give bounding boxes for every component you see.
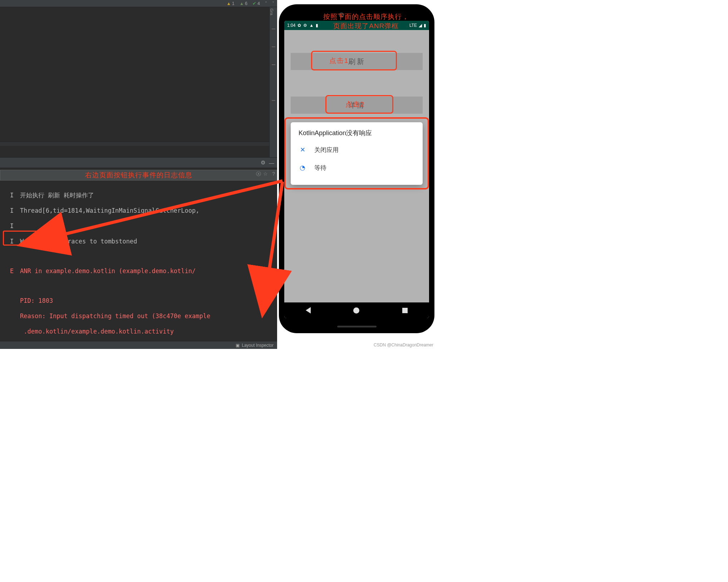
- right-gutter: Gra: [269, 7, 277, 161]
- warning-yellow-indicator[interactable]: ▲ 1: [226, 1, 234, 6]
- warning-green-indicator[interactable]: ▲ 6: [240, 1, 247, 6]
- log-level: I: [10, 222, 20, 230]
- log-text: .demo.kotlin/example.demo.kotlin.activit…: [20, 328, 174, 335]
- anr-wait-label: 等待: [314, 164, 326, 172]
- gear-icon[interactable]: ⚙: [261, 159, 265, 166]
- gear-icon: ⚙: [303, 23, 307, 28]
- phone-frame: 按照下面的点击顺序执行， 页面出现了ANR弹框 1:04 ✿ ⚙ ▲ ▮ LTE…: [279, 4, 434, 333]
- anr-dialog-title: KotlinApplication没有响应: [291, 129, 423, 141]
- log-text: Reason: Input dispatching timed out (38c…: [20, 312, 210, 320]
- star-icon[interactable]: ☆: [263, 171, 268, 177]
- anr-close-app-button[interactable]: ✕ 关闭应用: [291, 141, 423, 159]
- log-text: PID: 1803: [20, 297, 53, 304]
- ide-inspection-bar: ▲ 1 ▲ 6 ✔ 4 ˄ ˅: [0, 0, 277, 7]
- gradle-tool-label[interactable]: Gra: [270, 7, 274, 15]
- editor-horizontal-scrollbar[interactable]: [0, 142, 269, 146]
- layout-inspector-icon: ▣: [236, 343, 240, 348]
- log-text: ANR in example.demo.kotlin (example.demo…: [20, 267, 196, 275]
- ide-status-bar: ▣ Layout Inspector: [0, 341, 277, 349]
- anr-dialog: KotlinApplication没有响应 ✕ 关闭应用 ◔ 等待: [291, 122, 423, 185]
- chevron-down-icon[interactable]: ˅: [272, 1, 274, 6]
- android-nav-bar: [284, 302, 429, 318]
- phone-home-indicator: [337, 326, 377, 327]
- editor-area[interactable]: [0, 7, 269, 146]
- chevron-up-icon[interactable]: ˄: [265, 1, 267, 6]
- check-icon: ✔: [252, 1, 256, 6]
- check-count: 4: [257, 1, 260, 6]
- logcat-annotation: 右边页面按钮执行事件的日志信息: [85, 171, 192, 180]
- check-indicator[interactable]: ✔ 4: [252, 1, 260, 6]
- logcat-toolbar: ⚙ —: [0, 157, 277, 168]
- phone-screen: 1:04 ✿ ⚙ ▲ ▮ LTE ◢ ▮ 刷新 详情: [284, 21, 429, 318]
- layout-inspector-button[interactable]: Layout Inspector: [242, 343, 274, 348]
- warning-icon: ▲: [240, 1, 244, 6]
- log-level: E: [10, 267, 20, 275]
- log-text: Thread[6,tid=1814,WaitingInMainSignalCat…: [20, 207, 200, 214]
- gear-icon: ✿: [297, 23, 301, 28]
- warning-green-count: 6: [245, 1, 247, 6]
- clear-icon[interactable]: ⓧ: [256, 171, 261, 177]
- watermark: CSDN @ChinaDragonDreamer: [374, 342, 433, 347]
- clock-icon: ◔: [299, 164, 306, 172]
- status-time: 1:04: [287, 23, 295, 28]
- log-text: 开始执行 刷新 耗时操作了: [20, 192, 94, 199]
- log-level: I: [10, 207, 20, 215]
- nav-back-button[interactable]: [306, 307, 311, 314]
- ide-panel: ▲ 1 ▲ 6 ✔ 4 ˄ ˅ Gra ⚙ —: [0, 0, 277, 349]
- nav-recent-button[interactable]: [402, 308, 408, 313]
- warning-icon: ▲: [226, 1, 231, 6]
- logcat-output[interactable]: I开始执行 刷新 耗时操作了 IThread[6,tid=1814,Waitin…: [0, 184, 277, 343]
- logcat-search-row: 右边页面按钮执行事件的日志信息 ⓧ ☆ ?: [0, 168, 277, 182]
- anr-close-label: 关闭应用: [314, 146, 339, 154]
- nav-home-button[interactable]: [353, 307, 359, 314]
- anr-wait-button[interactable]: ◔ 等待: [291, 159, 423, 177]
- app-content: 刷新 详情 点击1 点击2 KotlinApplication没有响应 ✕ 关闭…: [284, 30, 429, 302]
- log-text: Wrote stack traces to tombstoned: [20, 238, 137, 245]
- log-level: I: [10, 191, 20, 199]
- hide-icon[interactable]: —: [269, 160, 274, 166]
- close-icon: ✕: [299, 146, 306, 154]
- warning-yellow-count: 1: [232, 1, 235, 6]
- log-level: I: [10, 237, 20, 246]
- phone-annotation: 按照下面的点击顺序执行， 页面出现了ANR弹框: [307, 12, 425, 30]
- help-icon[interactable]: ?: [272, 171, 275, 177]
